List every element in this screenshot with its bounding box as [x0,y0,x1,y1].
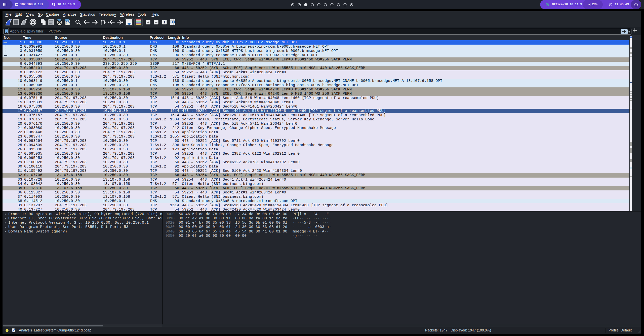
svg-text:1: 1 [164,21,165,24]
